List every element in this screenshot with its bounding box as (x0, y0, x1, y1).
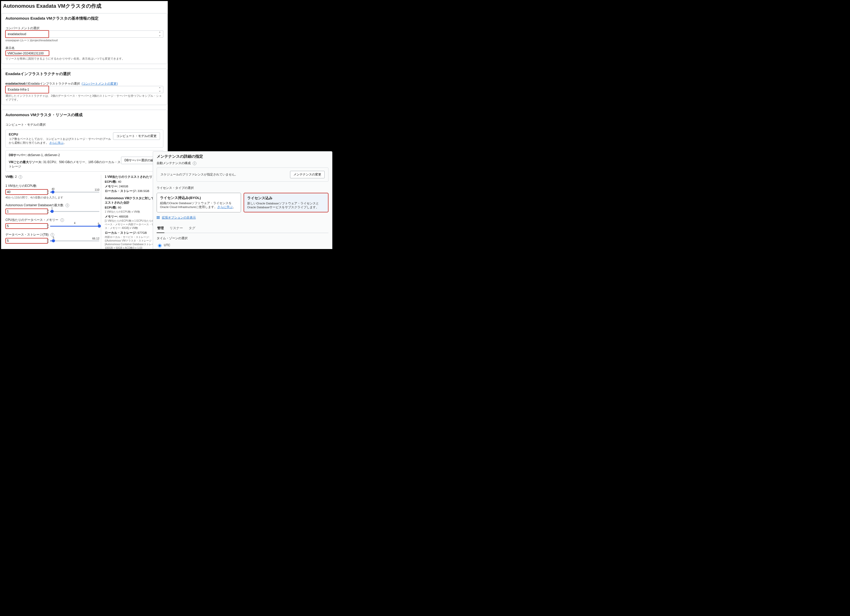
learn-more-link[interactable]: さらに学ぶ (49, 141, 63, 144)
infra-value: Exadata-Infra-1 (8, 88, 29, 91)
acd-max-input[interactable] (6, 209, 47, 214)
license-options: ライセンス持込み(BYOL) 組織のOracle Databaseソフトウェア・… (157, 193, 328, 212)
infra-choose-label: exadatacloudのExadataインフラストラクチャの選択 (コンパート… (5, 82, 163, 86)
ecpu-per-vm-input-wrap: ▲▼ (5, 189, 48, 195)
display-name-label: 表示名 (5, 46, 163, 50)
timezone-group: UTC Asia/Tokyo (ブラウザ検出済) 別のタイム・ゾーンの選択 (157, 243, 328, 249)
compute-model-subcard: コンピュート・モデルの変更 ECPU コア数をベースとしており、コンピュートおよ… (5, 130, 163, 148)
slider-thumb[interactable] (98, 224, 101, 227)
tab-listener[interactable]: リスナー (169, 224, 184, 233)
license-section-label: ライセンス・タイプの選択 (157, 186, 328, 190)
infra-hint: 選択したインフラストラクチャは、2個のデータベース・サーバーと3個のストレージ・… (5, 94, 163, 102)
help-icon[interactable]: i (51, 233, 54, 237)
step-up-icon[interactable]: ▲ (47, 209, 49, 212)
stepper[interactable]: ▲▼ (47, 190, 49, 194)
slider-thumb[interactable] (52, 239, 55, 242)
mem-per-cpu-label: CPU当たりのデータベース・メモリー i (5, 218, 99, 222)
tz-asia-option[interactable]: Asia/Tokyo (ブラウザ検出済) (157, 248, 328, 249)
page-title: Autonomous Exadata VMクラスタの作成 (1, 1, 168, 13)
maintenance-pref-box: スケジュールのプリファレンスが指定されていません。 メンテナンスの変更 (157, 167, 328, 182)
maintenance-pref-text: スケジュールのプリファレンスが指定されていません。 (160, 172, 290, 177)
help-icon[interactable]: i (60, 218, 64, 222)
change-compartment-link[interactable]: (コンパートメントの変更) (82, 82, 118, 85)
mem-slider[interactable]: 4 5 (50, 224, 99, 229)
compartment-breadcrumb: orasejapan (ルート)/project/exadatacloud (5, 39, 163, 42)
maintenance-panel: メンテナンスの詳細の指定 自動メンテナンスの構成 i スケジュールのプリファレン… (153, 151, 332, 249)
slider-thumb[interactable] (51, 210, 54, 213)
vm-count-row: VM数: 2 i (5, 175, 99, 179)
resources-card: Autonomous VMクラスタ・リソースの構成 コンピュート・モデルの選択 … (1, 110, 167, 249)
tz-utc-option[interactable]: UTC (157, 243, 328, 247)
tabs: 管理 リスナー タグ (157, 224, 328, 233)
stepper[interactable]: ▲▼ (47, 238, 49, 243)
options-icon (157, 216, 160, 219)
display-name-input[interactable]: VMCluster-202408131100 (5, 50, 49, 56)
mem-per-cpu-input[interactable] (6, 224, 47, 229)
license-included-card[interactable]: ライセンス込み 新しいOracle Databaseソフトウェア・ライセンスとO… (244, 193, 328, 212)
sliders-column: VM数: 2 i 1 VM当たりのECPU数 ▲▼ (5, 175, 101, 249)
storage-slider[interactable]: 5 66.12 (50, 238, 99, 243)
db-storage-row: ▲▼ 5 66.12 (5, 238, 99, 244)
hide-advanced-options-link[interactable]: 拡張オプションの非表示 (157, 215, 196, 220)
step-down-icon[interactable]: ▼ (47, 192, 49, 194)
change-maintenance-button[interactable]: メンテナンスの変更 (290, 171, 325, 178)
display-name-hint: リソースを簡単に識別できるようにするわかりやすい名前。表示名はいつでも変更できま… (5, 57, 163, 61)
main-form-panel: Autonomous Exadata VMクラスタの作成 Autonomous … (1, 1, 168, 249)
compartment-select[interactable]: exadatacloud ⌃⌄ (5, 30, 163, 38)
infra-select[interactable]: Exadata-Infra-1 ⌃⌄ (5, 86, 163, 93)
stepper[interactable]: ▲▼ (47, 209, 49, 214)
slider-thumb[interactable] (51, 190, 54, 194)
help-icon[interactable]: i (66, 203, 69, 207)
step-down-icon[interactable]: ▼ (47, 212, 49, 214)
compartment-value: exadatacloud (8, 32, 26, 36)
mem-per-cpu-row: ▲▼ 4 5 (5, 223, 99, 229)
db-storage-label: データベース・ストレージ(TB) i (5, 233, 99, 237)
help-icon[interactable]: i (19, 175, 22, 179)
timezone-label: タイム・ゾーンの選択 (157, 236, 328, 241)
acd-max-input-wrap: ▲▼ (5, 208, 48, 214)
page-root: Autonomous Exadata VMクラスタの作成 Autonomous … (0, 0, 334, 249)
tab-tag[interactable]: タグ (188, 224, 196, 233)
stepper[interactable]: ▲▼ (47, 224, 49, 229)
step-up-icon[interactable]: ▲ (47, 224, 49, 226)
ecpu-slider[interactable]: 40 110 (50, 190, 99, 194)
ecpu-hint: 40から110の間で、4の倍数の値を入力します (5, 196, 99, 199)
step-down-icon[interactable]: ▼ (47, 241, 49, 243)
acd-slider[interactable]: 1 (50, 209, 99, 214)
db-storage-input[interactable] (6, 238, 47, 243)
db-storage-input-wrap: ▲▼ (5, 238, 48, 244)
step-up-icon[interactable]: ▲ (47, 238, 49, 241)
license-byol-card[interactable]: ライセンス持込み(BYOL) 組織のOracle Databaseソフトウェア・… (157, 193, 241, 212)
maintenance-heading: メンテナンスの詳細の指定 (157, 154, 328, 159)
sliders-and-summary: VM数: 2 i 1 VM当たりのECPU数 ▲▼ (5, 175, 163, 249)
license-byol-title: ライセンス持込み(BYOL) (160, 196, 238, 200)
dbservers-subcard: DBサーバー選択の編集 DBサーバー: dbServer-1, dbServer… (5, 150, 163, 172)
chevron-updown-icon: ⌃⌄ (159, 87, 161, 91)
tz-utc-radio[interactable] (158, 244, 162, 247)
resources-heading: Autonomous VMクラスタ・リソースの構成 (2, 110, 167, 119)
license-included-title: ライセンス込み (247, 196, 325, 200)
help-icon[interactable]: i (193, 161, 196, 165)
learn-more-link[interactable]: さらに学ぶ (217, 205, 233, 208)
infra-card: Exadataインフラストラクチャの選択 exadatacloudのExadat… (1, 69, 167, 105)
ecpu-per-vm-row: ▲▼ 40 110 (5, 189, 99, 195)
basic-info-heading: Autonomous Exadata VMクラスタの基本情報の指定 (2, 13, 167, 22)
auto-maint-label: 自動メンテナンスの構成 i (157, 161, 328, 165)
chevron-updown-icon: ⌃⌄ (159, 32, 161, 36)
compute-model-label: コンピュート・モデルの選択 (5, 123, 163, 127)
tab-management[interactable]: 管理 (157, 224, 165, 233)
change-compute-model-button[interactable]: コンピュート・モデルの変更 (113, 132, 160, 140)
ecpu-per-vm-input[interactable] (6, 190, 47, 194)
license-byol-desc: 組織のOracle Databaseソフトウェア・ライセンスをOracle Cl… (160, 201, 238, 209)
display-name-value: VMCluster-202408131100 (7, 52, 43, 55)
mem-per-cpu-input-wrap: ▲▼ (5, 223, 48, 229)
acd-max-row: ▲▼ 1 (5, 208, 99, 214)
license-included-desc: 新しいOracle Databaseソフトウェア・ライセンスとOracle Da… (247, 202, 325, 209)
basic-info-card: Autonomous Exadata VMクラスタの基本情報の指定 コンパートメ… (1, 13, 167, 64)
compartment-label: コンパートメントの選択 (5, 26, 163, 30)
infra-heading: Exadataインフラストラクチャの選択 (2, 69, 167, 78)
step-down-icon[interactable]: ▼ (47, 226, 49, 229)
step-up-icon[interactable]: ▲ (47, 190, 49, 192)
